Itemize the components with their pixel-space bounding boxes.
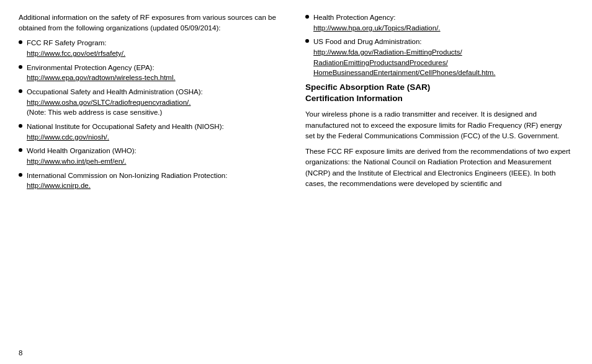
- list-item: World Health Organization (WHO): http://…: [19, 146, 287, 166]
- bullet-label: National Institute for Occupational Safe…: [27, 123, 224, 130]
- sar-paragraph2: These FCC RF exposure limits are derived…: [305, 146, 573, 189]
- bullet-content: Health Protection Agency: http://www.hpa…: [313, 12, 573, 33]
- right-column: Health Protection Agency: http://www.hpa…: [305, 12, 573, 352]
- bullet-dot: [19, 65, 22, 69]
- list-item: US Food and Drug Administration: http://…: [305, 37, 573, 78]
- bullet-link: http://www.icnirp.de.: [27, 180, 287, 191]
- bullet-link: http://www.hpa.org.uk/Topics/Radiation/.: [313, 23, 573, 33]
- bullet-content: National Institute for Occupational Safe…: [27, 122, 287, 142]
- bullet-content: US Food and Drug Administration: http://…: [313, 37, 573, 78]
- bullet-list-right: Health Protection Agency: http://www.hpa…: [305, 12, 573, 78]
- bullet-list-left: FCC RF Safety Program: http://www.fcc.go…: [19, 38, 287, 191]
- sar-section-heading: Specific Absorption Rate (SAR) Certifica…: [305, 82, 573, 104]
- bullet-label: Occupational Safety and Health Administr…: [27, 88, 203, 95]
- bullet-link-part2: RadiationEmittingProductsandProcedures/: [313, 58, 573, 68]
- bullet-content: Occupational Safety and Health Administr…: [27, 87, 287, 118]
- bullet-note: (Note: This web address is case sensitiv…: [27, 109, 162, 116]
- content-columns: Additional information on the safety of …: [19, 12, 573, 352]
- bullet-link: http://www.who.int/peh-emf/en/.: [27, 156, 287, 167]
- list-item: Environmental Protection Agency (EPA): h…: [19, 63, 287, 83]
- list-item: FCC RF Safety Program: http://www.fcc.go…: [19, 38, 287, 58]
- bullet-content: FCC RF Safety Program: http://www.fcc.go…: [27, 38, 287, 58]
- list-item: Occupational Safety and Health Administr…: [19, 87, 287, 118]
- bullet-link-part1: http://www.fda.gov/Radiation-EmittingPro…: [313, 47, 573, 58]
- sar-paragraph1: Your wireless phone is a radio transmitt…: [305, 109, 573, 141]
- bullet-content: Environmental Protection Agency (EPA): h…: [27, 63, 287, 83]
- bullet-label: FCC RF Safety Program:: [27, 39, 106, 47]
- bullet-label: Environmental Protection Agency (EPA):: [27, 64, 155, 71]
- bullet-content: World Health Organization (WHO): http://…: [27, 146, 287, 166]
- bullet-link: http://www.cdc.gov/niosh/.: [27, 132, 287, 143]
- bullet-label: International Commission on Non-Ionizing…: [27, 172, 227, 179]
- intro-text: Additional information on the safety of …: [19, 12, 287, 33]
- sar-heading-line1: Specific Absorption Rate (SAR): [305, 82, 573, 93]
- sar-heading-line2: Certification Information: [305, 93, 573, 104]
- bullet-dot: [19, 89, 22, 93]
- bullet-link: http://www.osha.gov/SLTC/radiofrequencyr…: [27, 97, 287, 108]
- bullet-dot: [19, 40, 22, 44]
- left-column: Additional information on the safety of …: [19, 12, 287, 352]
- list-item: Health Protection Agency: http://www.hpa…: [305, 12, 573, 33]
- bullet-dot: [19, 173, 22, 177]
- bullet-content: International Commission on Non-Ionizing…: [27, 171, 287, 191]
- list-item: National Institute for Occupational Safe…: [19, 122, 287, 142]
- bullet-link-part3: HomeBusinessandEntertainment/CellPhones/…: [313, 68, 573, 78]
- list-item: International Commission on Non-Ionizing…: [19, 171, 287, 191]
- bullet-dot: [305, 15, 309, 19]
- bullet-dot: [305, 39, 309, 43]
- bullet-dot: [19, 148, 22, 152]
- bullet-label: World Health Organization (WHO):: [27, 147, 137, 154]
- bullet-label: US Food and Drug Administration:: [313, 38, 422, 45]
- page-number: 8: [19, 349, 22, 357]
- bullet-link: http://www.epa.gov/radtown/wireless-tech…: [27, 73, 287, 83]
- bullet-link: http://www.fcc.gov/oet/rfsafety/.: [27, 48, 287, 59]
- bullet-label: Health Protection Agency:: [313, 14, 395, 21]
- bullet-dot: [19, 124, 22, 128]
- page: Additional information on the safety of …: [0, 0, 592, 364]
